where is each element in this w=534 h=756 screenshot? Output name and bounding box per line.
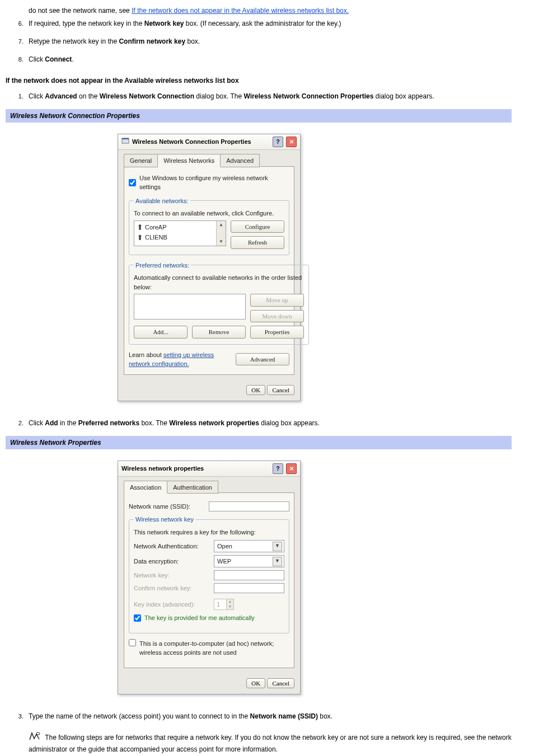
enc-value: WEP xyxy=(217,557,231,566)
wireless-key-legend: Wireless network key xyxy=(134,515,195,524)
step-8: Click Connect. xyxy=(25,54,512,64)
available-networks-group: Available networks: To connect to an ava… xyxy=(129,196,289,255)
heading-missing-network: If the network does not appear in the Av… xyxy=(6,76,512,86)
cancel-button[interactable]: Cancel xyxy=(267,678,294,688)
keyidx-value: 1 xyxy=(217,600,220,609)
continuation-text: do not see the network name, see If the … xyxy=(6,6,512,16)
antenna-icon xyxy=(138,224,142,230)
enc-label: Data encryption: xyxy=(134,557,209,566)
steps-list-c: Click Add in the Preferred networks box.… xyxy=(6,418,512,428)
moveup-button[interactable]: Move up xyxy=(250,294,304,307)
note-block: The following steps are for networks tha… xyxy=(29,731,512,754)
learn-about: Learn about setting up wireless network … xyxy=(129,350,230,369)
dialog1-tabs: General Wireless Networks Advanced xyxy=(124,153,294,167)
step-c2: Click Add in the Preferred networks box.… xyxy=(25,418,512,428)
scrollbar[interactable]: ▲▼ xyxy=(216,221,226,246)
available-legend: Available networks: xyxy=(134,196,190,206)
adhoc-label: This is a computer-to-computer (ad hoc) … xyxy=(139,639,289,658)
use-windows-input[interactable] xyxy=(129,179,136,186)
steps-list-a: If required, type the network key in the… xyxy=(6,18,512,64)
confkey-input[interactable] xyxy=(214,583,284,593)
close-button[interactable]: ✕ xyxy=(286,463,297,474)
steps-list-b: Click Advanced on the Wireless Network C… xyxy=(6,91,512,101)
refresh-button[interactable]: Refresh xyxy=(231,236,284,249)
step-d3: Type the name of the network (access poi… xyxy=(25,711,512,754)
remove-button[interactable]: Remove xyxy=(192,326,246,339)
add-button[interactable]: Add... xyxy=(134,326,188,339)
dialog-wncp: Wireless Network Connection Properties ?… xyxy=(118,134,301,401)
dialog-wnp: Wireless network properties ? ✕ Associat… xyxy=(118,461,301,694)
step-b1: Click Advanced on the Wireless Network C… xyxy=(25,91,512,101)
caption-dialog2: Wireless Network Properties xyxy=(6,436,512,449)
netkey-label: Network key: xyxy=(134,571,209,580)
advanced-button[interactable]: Advanced xyxy=(236,353,289,366)
adhoc-checkbox[interactable]: This is a computer-to-computer (ad hoc) … xyxy=(129,639,289,658)
adhoc-input[interactable] xyxy=(129,639,136,646)
help-button[interactable]: ? xyxy=(273,137,283,147)
steps-list-d: Type the name of the network (access poi… xyxy=(6,711,512,757)
help-button[interactable]: ? xyxy=(273,463,283,474)
auto-key-label: The key is provided for me automatically xyxy=(144,613,255,623)
ok-button[interactable]: OK xyxy=(246,678,265,688)
window-icon xyxy=(121,137,129,147)
link-missing-network[interactable]: If the network does not appear in the Av… xyxy=(132,7,349,15)
list-item[interactable]: CLIENB xyxy=(134,232,226,243)
ssid-input[interactable] xyxy=(209,501,289,511)
preferred-networks-group: Preferred networks: Automatically connec… xyxy=(129,261,309,345)
svg-point-2 xyxy=(36,732,40,734)
wireless-key-group: Wireless network key This network requir… xyxy=(129,515,289,633)
auto-key-input[interactable] xyxy=(134,614,141,622)
preferred-desc: Automatically connect to available netwo… xyxy=(134,273,304,292)
antenna-icon xyxy=(138,234,142,240)
dialog2-title: Wireless network properties xyxy=(121,464,204,473)
caption-dialog1: Wireless Network Connection Properties xyxy=(6,109,512,123)
netkey-input[interactable] xyxy=(214,570,284,580)
keyidx-spinner[interactable]: 1 ▲▼ xyxy=(214,599,234,610)
tab-association[interactable]: Association xyxy=(124,481,167,494)
preferred-listbox[interactable] xyxy=(134,294,246,320)
cancel-button[interactable]: Cancel xyxy=(267,385,294,395)
chevron-down-icon: ▼ xyxy=(273,542,282,551)
available-listbox[interactable]: CoreAP CLIENB ▲▼ xyxy=(134,220,226,246)
ok-button[interactable]: OK xyxy=(246,385,265,395)
auth-select[interactable]: Open ▼ xyxy=(214,540,284,552)
chevron-down-icon: ▼ xyxy=(273,557,282,566)
keyidx-label: Key index (advanced): xyxy=(134,600,209,609)
dialog1-title: Wireless Network Connection Properties xyxy=(132,137,251,147)
auth-label: Network Authentication: xyxy=(134,542,209,551)
available-desc: To connect to an available network, clic… xyxy=(134,209,284,218)
step-6: If required, type the network key in the… xyxy=(25,18,512,29)
dialog2-titlebar[interactable]: Wireless network properties ? ✕ xyxy=(118,461,300,477)
svg-rect-1 xyxy=(122,138,129,139)
dialog1-titlebar[interactable]: Wireless Network Connection Properties ?… xyxy=(118,134,300,150)
list-item[interactable]: CoreAP xyxy=(134,222,226,233)
tab-authentication[interactable]: Authentication xyxy=(167,481,218,494)
tab-advanced[interactable]: Advanced xyxy=(220,154,260,167)
auth-value: Open xyxy=(217,542,232,551)
close-button[interactable]: ✕ xyxy=(286,137,297,147)
use-windows-checkbox[interactable]: Use Windows to configure my wireless net… xyxy=(129,173,289,192)
step-7: Retype the network key in the Confirm ne… xyxy=(25,36,512,46)
use-windows-label: Use Windows to configure my wireless net… xyxy=(139,173,289,192)
auto-key-checkbox[interactable]: The key is provided for me automatically xyxy=(134,613,284,623)
confkey-label: Confirm network key: xyxy=(134,584,209,593)
configure-button[interactable]: Configure xyxy=(231,220,284,233)
enc-select[interactable]: WEP ▼ xyxy=(214,555,284,567)
preferred-legend: Preferred networks: xyxy=(134,261,191,270)
tab-general[interactable]: General xyxy=(124,154,158,167)
wireless-key-desc: This network requires a key for the foll… xyxy=(134,528,284,537)
dialog2-tabs: Association Authentication xyxy=(124,480,294,494)
ssid-label: Network name (SSID): xyxy=(129,502,204,511)
movedown-button[interactable]: Move down xyxy=(250,310,304,323)
note-icon xyxy=(29,731,41,744)
properties-button[interactable]: Properties xyxy=(250,326,304,339)
tab-wireless-networks[interactable]: Wireless Networks xyxy=(157,154,221,167)
